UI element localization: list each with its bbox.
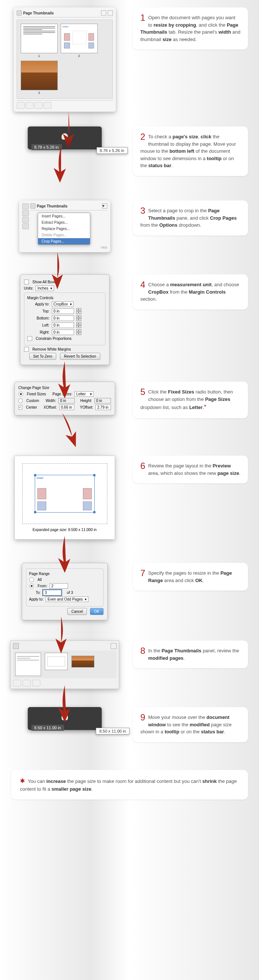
dimension-tooltip: 8.50 x 11.00 in bbox=[96, 728, 129, 735]
tool-btn[interactable] bbox=[26, 102, 34, 109]
tool-btn[interactable] bbox=[13, 680, 21, 686]
menu-crop-pages[interactable]: Crop Pages... bbox=[38, 238, 90, 245]
step-1-callout: 1Open the document with pages you want t… bbox=[133, 7, 248, 49]
thumb-label: 3 bbox=[21, 91, 58, 95]
watermark: ©KD bbox=[30, 246, 107, 249]
ok-button[interactable]: OK bbox=[90, 608, 103, 615]
dimension-tooltip: 8.78 x 5.26 in bbox=[97, 147, 128, 154]
hand-cursor-icon bbox=[61, 714, 68, 721]
thumbnail-3[interactable] bbox=[21, 60, 58, 90]
step-8-callout: 8In the Page Thumbnails panel, review th… bbox=[133, 641, 248, 668]
tool-btn[interactable] bbox=[32, 680, 40, 686]
step-9-callout: 9Move your mouse over the document windo… bbox=[133, 707, 248, 742]
step-2-callout: 2To check a page's size, click the thumb… bbox=[133, 126, 248, 176]
apply-to-select[interactable]: Even and Odd Pages ▾ bbox=[45, 597, 88, 602]
page-thumbnails-panel: Page Thumbnails 1 shlad 2 3 bbox=[14, 7, 116, 112]
menu-extract-pages[interactable]: Extract Pages... bbox=[38, 219, 90, 226]
from-radio[interactable] bbox=[29, 584, 34, 589]
thumbnail-2[interactable]: shlad bbox=[61, 24, 98, 53]
page-sizes-select[interactable]: Letter ▾ bbox=[74, 391, 94, 397]
height-input: 0 in bbox=[94, 398, 111, 404]
preview-size-label: Expanded page size: 8.500 x 11.000 in bbox=[22, 528, 107, 532]
thumbnail-1[interactable] bbox=[21, 24, 58, 53]
menu-insert-pages[interactable]: Insert Pages... bbox=[38, 213, 90, 219]
fixed-sizes-radio[interactable] bbox=[19, 391, 23, 396]
center-checkbox[interactable]: ✓ bbox=[19, 405, 22, 410]
dimension-readout: 8.50 x 11.00 in bbox=[32, 725, 64, 731]
to-input[interactable]: 3 bbox=[43, 590, 61, 595]
panel-title: Page Thumbnails bbox=[37, 204, 68, 208]
panel-control-icon[interactable] bbox=[110, 643, 117, 649]
panel-title: Page Thumbnails bbox=[23, 11, 54, 15]
panel-menu-icon[interactable] bbox=[101, 10, 106, 16]
yoffset-input[interactable]: 2.79 in bbox=[96, 404, 111, 410]
options-menu: Insert Pages... Extract Pages... Replace… bbox=[38, 213, 90, 245]
apply-to-select[interactable]: CropBox ▾ bbox=[52, 301, 74, 307]
all-radio[interactable] bbox=[29, 577, 34, 582]
tool-btn[interactable] bbox=[22, 680, 31, 686]
remove-white-checkbox[interactable] bbox=[24, 347, 29, 352]
tool-btn[interactable] bbox=[34, 102, 43, 109]
footnote: ✱You can increase the page size to make … bbox=[11, 770, 248, 800]
xoffset-input[interactable]: 0.66 in bbox=[59, 404, 75, 410]
set-to-zero-button[interactable]: Set To Zero bbox=[29, 353, 57, 360]
thumbnails-icon bbox=[13, 643, 19, 649]
hand-cursor-icon bbox=[61, 133, 68, 140]
thumbnails-strip bbox=[10, 641, 119, 689]
from-input[interactable]: 2 bbox=[50, 583, 68, 589]
stepper[interactable]: ▴▾ bbox=[76, 315, 82, 321]
thumbnail[interactable] bbox=[15, 653, 41, 676]
dimension-readout: 8.78 x 5.26 in bbox=[32, 144, 62, 150]
stepper[interactable]: ▴▾ bbox=[76, 308, 82, 314]
step-5-callout: 5Click the Fixed Sizes radio button, the… bbox=[133, 382, 248, 418]
bottom-input[interactable]: 0 in bbox=[52, 315, 74, 321]
thumbnail[interactable] bbox=[45, 653, 68, 670]
width-input: 0 in bbox=[58, 398, 75, 404]
top-input[interactable]: 0 in bbox=[52, 309, 74, 314]
panel-close-icon[interactable] bbox=[108, 10, 113, 16]
change-page-size-panel: Change Page Size Fixed Sizes Page Sizes:… bbox=[14, 382, 115, 415]
preview-crop-box[interactable]: shlad bbox=[35, 475, 95, 512]
thumbnails-icon bbox=[17, 10, 22, 16]
page-range-panel: Page Range All From:2 To:3 of 3 Apply to… bbox=[22, 563, 108, 620]
page-thumbnails-options: Page Thumbnails▾ Insert Pages... Extract… bbox=[19, 200, 110, 252]
cancel-button[interactable]: Cancel bbox=[67, 608, 87, 615]
custom-radio[interactable] bbox=[19, 398, 23, 403]
tool-btn[interactable] bbox=[43, 102, 51, 109]
options-dropdown-icon[interactable]: ▾ bbox=[102, 204, 107, 208]
step-6-callout: 6 Review the page layout in the Preview … bbox=[133, 456, 248, 484]
thumb-label: 2 bbox=[61, 54, 98, 58]
preview-area: shlad Expanded page size: 8.500 x 11.000… bbox=[14, 456, 115, 539]
step-7-callout: 7Specify the pages to resize in the Page… bbox=[133, 563, 248, 590]
menu-delete-pages: Delete Pages... bbox=[38, 232, 90, 238]
tooltip-box: 8.78 x 5.26 in bbox=[28, 126, 102, 150]
tool-btn[interactable] bbox=[17, 102, 25, 109]
right-input[interactable]: 0 in bbox=[52, 329, 74, 335]
crop-dialog-margins: Show All Boxes Units:Inches ▾ Margin Con… bbox=[20, 274, 110, 365]
show-all-checkbox[interactable] bbox=[24, 280, 29, 285]
constrain-checkbox[interactable] bbox=[27, 336, 32, 341]
thumb-label: 1 bbox=[21, 54, 58, 58]
revert-button[interactable]: Revert To Selection bbox=[60, 353, 100, 360]
units-select[interactable]: Inches ▾ bbox=[35, 285, 54, 291]
tutorial-container: Page Thumbnails 1 shlad 2 3 1Open the do… bbox=[0, 0, 259, 811]
thumbnail[interactable] bbox=[71, 655, 94, 668]
thumbnails-icon bbox=[30, 204, 35, 208]
step-4-callout: 4Choose a measurement unit, and choose C… bbox=[133, 274, 248, 310]
menu-replace-pages[interactable]: Replace Pages... bbox=[38, 226, 90, 232]
step-3-callout: 3Select a page to crop in the Page Thumb… bbox=[133, 200, 248, 235]
stepper[interactable]: ▴▾ bbox=[76, 329, 82, 335]
stepper[interactable]: ▴▾ bbox=[76, 322, 82, 328]
sidebar-icons bbox=[22, 204, 29, 249]
left-input[interactable]: 0 in bbox=[52, 323, 74, 328]
tooltip-box: 8.50 x 11.00 in bbox=[28, 707, 102, 730]
